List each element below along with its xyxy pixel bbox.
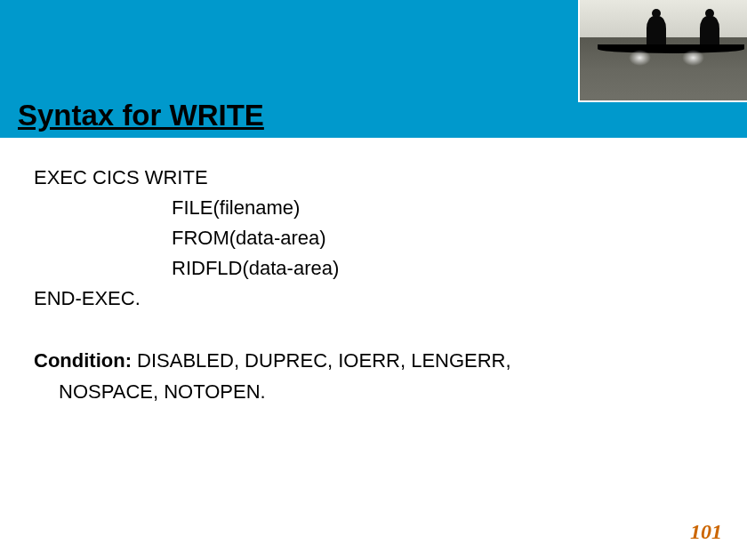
slide-content: EXEC CICS WRITE FILE(filename) FROM(data… [0,138,747,407]
boat-silhouette [598,44,744,53]
rower-silhouette [647,16,666,47]
code-line: END-EXEC. [34,284,713,314]
slide-header: Syntax for WRITE [0,0,747,138]
code-line: FROM(data-area) [34,223,713,253]
code-line: RIDFLD(data-area) [34,253,713,284]
rower-silhouette [700,16,719,47]
code-line: EXEC CICS WRITE [34,163,713,193]
condition-line: Condition: DISABLED, DUPREC, IOERR, LENG… [34,346,713,376]
condition-text: DISABLED, DUPREC, IOERR, LENGERR, [137,349,511,372]
header-photo [578,0,747,102]
water-splash [629,50,651,66]
code-line: FILE(filename) [34,193,713,223]
syntax-block: EXEC CICS WRITE FILE(filename) FROM(data… [34,163,713,314]
condition-line: NOSPACE, NOTOPEN. [34,377,713,407]
water-splash [682,50,704,66]
page-number: 101 [690,520,722,544]
condition-block: Condition: DISABLED, DUPREC, IOERR, LENG… [34,346,713,406]
condition-label: Condition: [34,349,137,372]
slide-title: Syntax for WRITE [18,99,264,132]
